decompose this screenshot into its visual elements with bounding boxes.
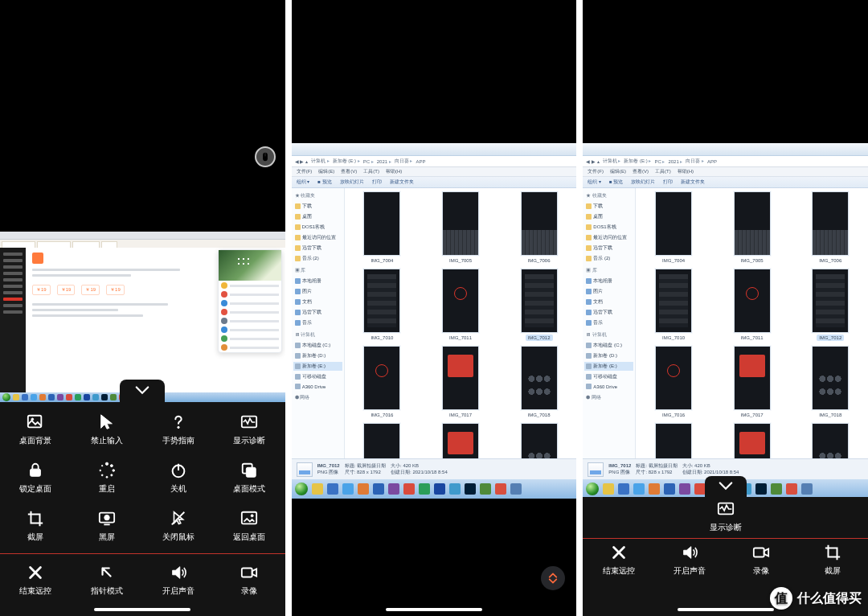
start-orb-icon[interactable] (586, 483, 599, 495)
remote-desktop-view[interactable]: ￥19￥19￥19￥19 (0, 232, 285, 402)
tree-node[interactable]: 图片 (293, 287, 342, 296)
home-indicator[interactable] (386, 608, 482, 611)
taskbar-app-icon[interactable] (403, 483, 415, 495)
toolbar-item[interactable]: 组织 ▾ (297, 179, 310, 186)
shot-button[interactable]: 截屏 (796, 544, 868, 577)
taskbar-app-icon[interactable] (434, 483, 445, 495)
tree-node[interactable]: 新加卷 (E:) (293, 362, 342, 371)
tree-node[interactable]: 迅雷下载 (584, 308, 633, 317)
taskbar-app-icon[interactable] (342, 483, 354, 495)
record-button[interactable]: 录像 (726, 544, 797, 577)
bg-button[interactable]: 桌面背景 (0, 405, 72, 454)
window-titlebar[interactable] (583, 143, 868, 156)
file-thumb[interactable]: IMG_7024 (506, 423, 572, 458)
lock-button[interactable]: 锁定桌面 (0, 454, 72, 502)
file-thumb[interactable]: IMG_7006 (506, 191, 572, 264)
file-thumb[interactable]: IMG_7024 (797, 423, 863, 458)
taskbar-app-icon[interactable] (679, 483, 690, 495)
scroll-fab[interactable] (541, 566, 565, 590)
taskbar-app-icon[interactable] (22, 394, 28, 400)
tree-node[interactable]: 迅雷下载 (293, 244, 342, 253)
taskbar-app-icon[interactable] (449, 483, 461, 495)
menu-item[interactable]: 帮助(H) (386, 168, 402, 175)
tree-node[interactable]: 音乐 (2) (584, 254, 633, 263)
toolbar-item[interactable]: 组织 ▾ (588, 179, 601, 186)
taskbar-app-icon[interactable] (465, 483, 476, 495)
explorer-window[interactable]: ◀ ▶ ▴计算机新加卷 (E:)PC2021向日葵APP 文件(F)编辑(E)查… (583, 143, 868, 479)
menu-item[interactable]: 文件(F) (297, 168, 313, 175)
file-thumb[interactable]: IMG_7004 (350, 191, 416, 264)
taskbar-app-icon[interactable] (312, 483, 323, 495)
tree-node[interactable]: 新加卷 (D:) (293, 351, 342, 360)
breadcrumb-seg[interactable]: PC (363, 158, 374, 164)
start-orb-icon[interactable] (2, 393, 10, 401)
taskbar-app-icon[interactable] (13, 394, 19, 400)
taskbar-app-icon[interactable] (603, 483, 614, 495)
home-indicator[interactable] (94, 608, 190, 611)
file-thumb[interactable]: IMG_7023 (719, 423, 785, 458)
file-thumb[interactable]: IMG_7017 (428, 346, 493, 418)
panel-collapse-handle[interactable] (120, 380, 165, 402)
file-thumb[interactable]: IMG_7011 (719, 269, 785, 341)
tree-node[interactable]: A360 Drive (584, 383, 633, 390)
menu-item[interactable]: 编辑(E) (318, 168, 334, 175)
taskbar-app-icon[interactable] (373, 483, 384, 495)
taskbar-app-icon[interactable] (388, 483, 399, 495)
breadcrumb-seg[interactable]: APP (416, 159, 425, 164)
tree-node[interactable]: 可移动磁盘 (584, 372, 633, 381)
breadcrumb-seg[interactable]: 计算机 (603, 158, 621, 165)
diag-button[interactable]: 显示诊断 (710, 500, 742, 533)
taskbar-app-icon[interactable] (510, 483, 522, 495)
gesture-button[interactable]: 手势指南 (142, 405, 214, 454)
tree-node[interactable]: 桌面 (584, 212, 633, 221)
file-thumb[interactable]: IMG_7010 (350, 269, 416, 341)
file-thumb[interactable]: IMG_7017 (719, 346, 785, 418)
taskbar-app-icon[interactable] (664, 483, 675, 495)
taskbar-app-icon[interactable] (495, 483, 506, 495)
tree-node[interactable]: DOS1客栈 (584, 223, 633, 232)
file-thumb[interactable]: IMG_7010 (641, 269, 706, 341)
file-thumb[interactable]: IMG_7005 (428, 191, 493, 264)
breadcrumb-seg[interactable]: 2021 (377, 158, 391, 164)
file-thumb[interactable]: IMG_7012 (797, 269, 863, 341)
file-thumb[interactable]: IMG_7022 (641, 423, 706, 458)
home-indicator[interactable] (678, 608, 774, 611)
file-thumb[interactable]: IMG_7016 (641, 346, 706, 418)
tree-node[interactable]: 音乐 (584, 318, 633, 327)
breadcrumb-seg[interactable]: 向日葵 (686, 158, 704, 165)
menu-item[interactable]: 帮助(H) (678, 168, 694, 175)
tree-node[interactable]: 新加卷 (D:) (584, 351, 633, 360)
taskbar-app-icon[interactable] (101, 394, 108, 400)
toolbar-item[interactable]: ■ 预览 (609, 179, 623, 186)
tree-node[interactable]: 音乐 (2) (293, 254, 342, 263)
file-thumb[interactable]: IMG_7018 (797, 346, 863, 418)
panel-collapse-handle[interactable] (705, 476, 747, 497)
taskbar-app-icon[interactable] (110, 394, 117, 400)
toolbar-item[interactable]: 打印 (372, 179, 382, 186)
window-titlebar[interactable] (292, 143, 577, 156)
breadcrumb-seg[interactable]: PC (654, 158, 665, 164)
address-bar[interactable]: ◀ ▶ ▴计算机新加卷 (E:)PC2021向日葵APP (292, 156, 577, 167)
breadcrumb-seg[interactable]: 向日葵 (395, 158, 413, 165)
menu-item[interactable]: 文件(F) (588, 168, 604, 175)
breadcrumb-seg[interactable]: 2021 (668, 158, 682, 164)
tree-node[interactable]: 迅雷下载 (293, 308, 342, 317)
taskbar-app-icon[interactable] (801, 483, 813, 495)
sound-button[interactable]: 开启声音 (654, 544, 726, 577)
taskbar-app-icon[interactable] (358, 483, 369, 495)
taskbar-app-icon[interactable] (786, 483, 797, 495)
tree-node[interactable]: 迅雷下载 (584, 244, 633, 253)
file-thumb[interactable]: IMG_7012 (506, 269, 572, 341)
diag-button[interactable]: 显示诊断 (214, 405, 285, 454)
taskbar-app-icon[interactable] (48, 394, 55, 400)
shutdown-button[interactable]: 关机 (142, 454, 214, 502)
tree-node[interactable]: 新加卷 (E:) (584, 362, 633, 371)
menu-item[interactable]: 查看(V) (341, 168, 357, 175)
file-thumb[interactable]: IMG_7016 (350, 346, 416, 418)
record-button[interactable]: 录像 (214, 557, 285, 602)
back-button[interactable]: 返回桌面 (214, 502, 285, 550)
taskbar-app-icon[interactable] (75, 394, 81, 400)
start-orb-icon[interactable] (295, 483, 308, 495)
deskmode-button[interactable]: 桌面模式 (214, 454, 285, 502)
address-bar[interactable]: ◀ ▶ ▴计算机新加卷 (E:)PC2021向日葵APP (583, 156, 868, 167)
